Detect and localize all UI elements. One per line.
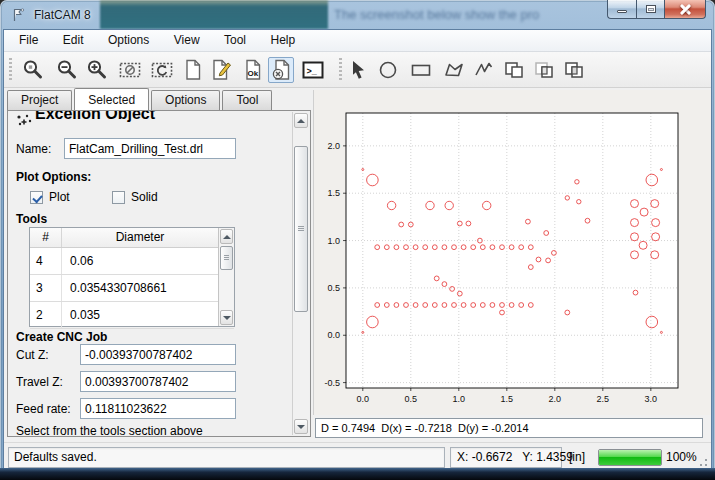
table-scroll-up-button[interactable] (220, 229, 233, 244)
table-row[interactable]: 4 0.06 (30, 248, 234, 275)
table-row[interactable]: 3 0.0354330708661 (30, 275, 234, 302)
arrow-down-icon (297, 425, 305, 429)
svg-text:2.0: 2.0 (549, 394, 562, 404)
distance-readout: D = 0.7494 D(x) = -0.7218 D(y) = -0.2014 (315, 418, 703, 438)
table-header-row: # Diameter (30, 228, 234, 248)
menu-item-options[interactable]: Options (98, 30, 159, 51)
shell-button[interactable]: >_ (300, 57, 326, 83)
minimize-button[interactable] (607, 0, 636, 19)
open-project-button[interactable] (208, 57, 234, 83)
menu-item-help[interactable]: Help (260, 30, 305, 51)
mouse-coordinates: X: -0.6672 Y: 1.4359 (450, 447, 562, 468)
background-ghost-text: The screenshot below show the pro (334, 7, 654, 22)
replot-button[interactable] (149, 57, 175, 83)
menu-item-edit[interactable]: Edit (53, 30, 94, 51)
minimize-icon (617, 10, 627, 13)
zoom-out-button[interactable] (54, 57, 80, 83)
menu-item-file[interactable]: File (9, 30, 48, 51)
svg-text:0.5: 0.5 (327, 283, 340, 293)
tab-tool[interactable]: Tool (222, 90, 272, 110)
svg-text:0.0: 0.0 (357, 394, 370, 404)
tab-options[interactable]: Options (151, 90, 220, 110)
table-row[interactable]: 2 0.035 (30, 302, 234, 329)
draw-polygon-button[interactable] (441, 57, 467, 83)
tab-selected[interactable]: Selected (74, 88, 149, 110)
feed-rate-input[interactable] (80, 398, 236, 419)
menubar: File Edit Options View Tool Help (4, 30, 711, 52)
resize-grip[interactable] (698, 457, 708, 467)
desktop-backdrop: The screenshot below show the pro FlatCA… (0, 0, 715, 480)
zoom-fit-button[interactable] (20, 57, 46, 83)
svg-text:0.5: 0.5 (405, 394, 418, 404)
arrow-up-icon (223, 235, 231, 239)
new-project-button[interactable] (180, 57, 206, 83)
tab-project[interactable]: Project (7, 90, 72, 110)
col-header-number[interactable]: # (30, 228, 62, 247)
units-label: [in] (569, 450, 585, 464)
subtract-button[interactable] (561, 57, 587, 83)
arrow-down-icon (223, 316, 231, 320)
panel-scroll-thumb[interactable] (294, 146, 308, 312)
solid-checkbox[interactable]: Solid (112, 190, 158, 204)
tools-section-note: Select from the tools section above (16, 424, 203, 437)
plot-canvas[interactable]: 0.00.51.01.52.02.53.0-0.50.00.51.01.52.0 (314, 90, 712, 415)
intersection-button[interactable] (531, 57, 557, 83)
panel-scroll-down-button[interactable] (294, 419, 308, 434)
maximize-icon (646, 5, 656, 13)
toolbar-grip-2[interactable] (339, 58, 342, 82)
svg-text:Ok: Ok (248, 69, 259, 78)
progress-percent: 100% (666, 450, 697, 464)
clear-plot-button[interactable] (117, 57, 143, 83)
draw-circle-button[interactable] (375, 57, 401, 83)
svg-text:>_: >_ (307, 66, 318, 76)
open-project-icon (209, 58, 233, 82)
union-icon (502, 58, 526, 82)
select-pointer-button[interactable] (346, 57, 372, 83)
save-project-button[interactable]: Ok (240, 57, 266, 83)
draw-polygon-icon (442, 58, 466, 82)
table-scroll-down-button[interactable] (220, 310, 233, 325)
tools-table[interactable]: # Diameter 4 0.06 3 0.0354330708661 2 0.… (29, 227, 235, 327)
draw-polyline-button[interactable] (471, 57, 497, 83)
svg-text:2.5: 2.5 (597, 394, 610, 404)
cut-z-input[interactable] (80, 344, 236, 365)
delete-object-icon (269, 58, 293, 82)
select-pointer-icon (347, 58, 371, 82)
checkbox-checked-icon (30, 191, 43, 204)
arrow-up-icon (297, 119, 305, 123)
titlebar[interactable]: The screenshot below show the pro FlatCA… (0, 0, 715, 30)
table-scrollbar[interactable] (218, 228, 234, 326)
plot-area: 0.00.51.01.52.02.53.0-0.50.00.51.01.52.0 (313, 90, 711, 415)
window-title: FlatCAM 8 (34, 8, 91, 22)
maximize-button[interactable] (636, 0, 665, 19)
status-message: Defaults saved. (8, 447, 445, 468)
zoom-in-icon (85, 58, 109, 82)
zoom-in-button[interactable] (84, 57, 110, 83)
col-header-diameter[interactable]: Diameter (62, 228, 234, 247)
menu-item-tool[interactable]: Tool (214, 30, 256, 51)
delete-object-button[interactable] (268, 57, 294, 83)
menu-item-view[interactable]: View (164, 30, 210, 51)
draw-rectangle-icon (409, 58, 433, 82)
panel-scrollbar[interactable] (292, 112, 309, 435)
svg-text:1.5: 1.5 (501, 394, 514, 404)
travel-z-input[interactable] (80, 371, 236, 392)
close-button[interactable] (665, 0, 706, 19)
plot-checkbox[interactable]: Plot (30, 190, 70, 204)
draw-rectangle-button[interactable] (408, 57, 434, 83)
save-project-ok-icon: Ok (241, 58, 265, 82)
app-icon (11, 7, 27, 23)
name-input[interactable] (64, 138, 236, 159)
table-scroll-thumb[interactable] (220, 246, 233, 270)
draw-circle-icon (376, 58, 400, 82)
panel-scroll-up-button[interactable] (294, 113, 308, 128)
svg-text:2.0: 2.0 (327, 141, 340, 151)
union-button[interactable] (501, 57, 527, 83)
checkbox-unchecked-icon (112, 191, 125, 204)
toolbar-grip[interactable] (9, 58, 12, 82)
plot-options-label: Plot Options: (16, 170, 91, 184)
statusbar: Defaults saved. X: -0.6672 Y: 1.4359 [in… (4, 442, 711, 470)
shell-icon: >_ (301, 58, 325, 82)
feed-rate-label: Feed rate: (16, 402, 71, 416)
cut-z-label: Cut Z: (16, 348, 49, 362)
